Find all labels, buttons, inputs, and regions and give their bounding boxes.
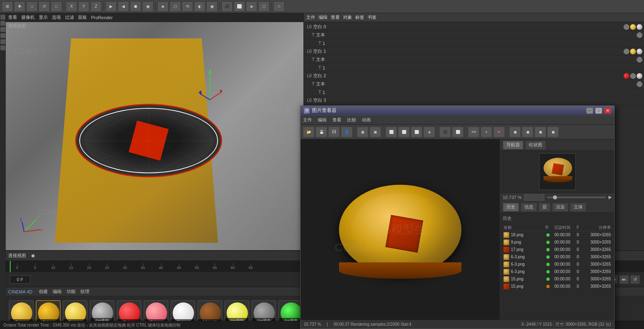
iv-close-button[interactable]: ✕ [604,108,611,114]
iv-minimize-button[interactable]: ─ [586,108,593,114]
toolbar-btn-play[interactable]: ◀ [118,1,129,12]
iv-maximize-button[interactable]: □ [595,108,602,114]
iv-tb-btn7[interactable]: ⬜ [411,127,422,137]
iv-tb-save[interactable]: 💾 [316,127,327,137]
toolbar-btn-octane[interactable]: ⟲ [182,1,193,12]
iv-menu-animation[interactable]: 动画 [362,117,371,123]
iv-tb-btn12[interactable]: ◼ [522,127,533,137]
sidebar-item-4[interactable] [0,33,5,38]
toolbar-btn-add[interactable]: ✚ [14,1,25,12]
tree-item-text1[interactable]: T 文本 [304,56,644,64]
iv-zoom-input[interactable] [524,194,544,201]
tree-item-empty3[interactable]: L0 空白 3 [304,96,644,105]
iv-tb-btn-ab[interactable]: AB [468,127,479,137]
current-frame-field[interactable] [10,275,30,284]
iv-tab-history[interactable]: 历史 [503,203,519,212]
toolbar-btn-rotate[interactable]: ↺ [38,1,50,12]
vm-display[interactable]: 显示 [39,14,48,20]
toolbar-btn-render2[interactable]: ⬡ [169,1,181,12]
iv-tb-person[interactable]: 👤 [341,127,352,137]
vm-options[interactable]: 选项 [52,14,61,20]
hist-row-1[interactable]: 9.png 00:00:00 0 3000×3265 [503,239,612,246]
toolbar-btn-light2[interactable]: ☆ [273,1,285,12]
iv-menu-compare[interactable]: 比较 [347,117,356,123]
vm-prorender[interactable]: ProRender [91,15,113,20]
toolbar-btn-spline[interactable]: ⬜ [234,1,245,12]
scene-menu-bookmark[interactable]: 书签 [368,14,377,20]
toolbar-btn-scale[interactable]: □ [51,1,62,12]
sidebar-item-6[interactable] [0,45,5,50]
iv-tb-btn-b[interactable]: B [493,127,505,137]
iv-tb-render2[interactable]: ▣ [370,127,381,137]
toolbar-btn-cam[interactable]: ◐ [194,1,205,12]
hist-row-2[interactable]: 17.png 00:00:00 0 3000×3265 [503,246,612,253]
toolbar-btn-record[interactable]: ◉ [142,1,154,12]
iv-tb-btn-a[interactable]: A [481,127,492,137]
scene-menu-tag[interactable]: 标签 [355,14,364,20]
iv-tb-btn8[interactable]: ◈ [423,127,435,137]
iv-menu-edit[interactable]: 编辑 [318,117,327,123]
hist-row-7[interactable]: 15.png 00:00:00 0 3000×3265 [503,283,612,290]
vm-panel[interactable]: 面板 [78,14,87,20]
toolbar-btn-generator[interactable]: ⬡ [258,1,270,12]
scene-menu-view[interactable]: 查看 [331,14,340,20]
iv-tab-histogram[interactable]: 柱状图 [525,141,546,150]
hist-row-5[interactable]: 6-3.png 00:00:00 0 3000×3265 [503,268,612,275]
iv-tb-btn6[interactable]: ⬜ [398,127,410,137]
pb-btn-loop[interactable]: ↺ [630,275,640,284]
iv-tb-btn9[interactable]: ⬛ [439,127,451,137]
tree-item-empty0[interactable]: L0 空白 0 [304,23,644,31]
vm-camera[interactable]: 摄像机 [21,14,35,20]
toolbar-btn-light[interactable]: ◉ [206,1,218,12]
iv-menu-file[interactable]: 文件 [303,117,312,123]
iv-tab-info[interactable]: 信息 [521,203,537,212]
hist-row-0[interactable]: 18.png 00:00:00 0 3000×3265 [503,231,612,239]
bottom-menu-edit[interactable]: 编辑 [53,289,62,295]
bottom-menu-texture[interactable]: 纹理 [80,289,89,295]
scene-menu-file[interactable]: 文件 [306,14,315,20]
vm-view[interactable]: 查看 [8,14,17,20]
viewport-3d[interactable]: 查看 摄像机 显示 选项 过滤 面板 ProRender 透视视图 CG模型生 … [6,13,304,250]
toolbar-btn-y[interactable]: Y [78,1,89,12]
iv-tab-render[interactable]: 渲染 [552,203,568,212]
iv-tab-layer[interactable]: 层 [539,203,550,212]
toolbar-btn-render[interactable]: ◈ [157,1,169,12]
iv-tb-btn5[interactable]: ⬜ [386,127,397,137]
hist-row-3[interactable]: 6-3.png 00:00:00 0 3000×3265 [503,253,612,261]
sidebar-item-2[interactable] [0,21,5,26]
bottom-menu-function[interactable]: 功能 [67,289,76,295]
tree-item-obj0[interactable]: T 1 [304,39,644,47]
toolbar-btn-z[interactable]: Z [90,1,102,12]
vm-filter[interactable]: 过滤 [65,14,74,20]
iv-tb-btn10[interactable]: ⬜ [452,127,464,137]
iv-menu-view[interactable]: 查看 [332,117,341,123]
sidebar-item-1[interactable] [0,15,5,20]
iv-tb-film[interactable]: 🎞 [328,127,340,137]
iv-canvas[interactable]: CG模型生 CG模型生 [301,139,500,320]
hist-row-4[interactable]: 6-3.png 00:00:00 0 3000×3265 [503,261,612,268]
toolbar-btn-select[interactable]: □ [26,1,38,12]
scene-menu-object[interactable]: 对象 [343,14,352,20]
iv-tb-render1[interactable]: ▣ [357,127,368,137]
sidebar-item-3[interactable] [0,27,5,32]
iv-tb-btn14[interactable]: ◼ [547,127,559,137]
tree-item-obj2[interactable]: T 1 [304,88,644,96]
tree-item-text0[interactable]: T 文本 [304,31,644,39]
tree-item-empty1[interactable]: L0 空白 1 [304,47,644,56]
hist-row-6[interactable]: 15.png 00:00:00 0 3000×3265 [503,275,612,283]
iv-zoom-slider[interactable] [547,197,606,198]
bottom-menu-create[interactable]: 创建 [39,289,48,295]
toolbar-btn-move[interactable]: ⊞ [2,1,13,12]
iv-tab-stereo[interactable]: 立体 [570,203,586,212]
toolbar-btn-primitive[interactable]: ⬛ [221,1,233,12]
scene-menu-edit[interactable]: 编辑 [319,14,328,20]
iv-tb-btn11[interactable]: ◼ [509,127,521,137]
tree-item-empty2[interactable]: L0 空白 2 [304,72,644,80]
iv-tab-navigator[interactable]: 导航器 [503,141,524,150]
toolbar-btn-deform[interactable]: ◈ [246,1,257,12]
tree-item-obj1[interactable]: T 1 [304,64,644,72]
iv-zoom-max-btn[interactable]: ▶ [608,195,612,200]
sidebar-item-5[interactable] [0,39,5,44]
iv-tb-btn13[interactable]: ◼ [535,127,546,137]
pb-btn-go-end[interactable]: ⏭ [619,275,629,284]
